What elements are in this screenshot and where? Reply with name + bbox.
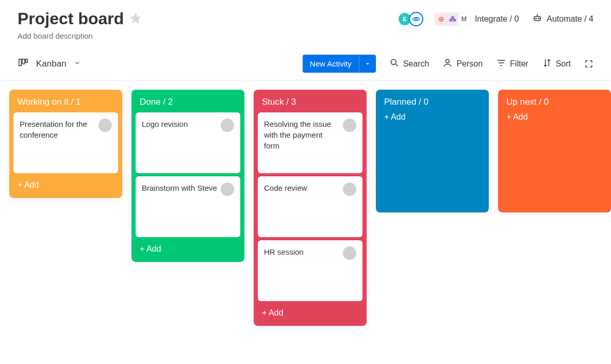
card-title: Code review — [264, 183, 343, 193]
automate-button[interactable]: Automate / 4 — [532, 13, 593, 25]
chevron-down-icon — [74, 59, 81, 69]
svg-point-0 — [415, 18, 417, 20]
sort-label: Sort — [556, 59, 571, 69]
add-card-button[interactable]: + Add — [131, 237, 244, 262]
svg-rect-6 — [26, 59, 28, 62]
kanban-card[interactable]: Logo revision — [136, 112, 240, 173]
search-label: Search — [403, 59, 430, 69]
search-icon — [389, 58, 400, 70]
svg-rect-1 — [534, 16, 540, 20]
add-card-button[interactable]: + Add — [376, 112, 489, 130]
svg-rect-4 — [19, 59, 22, 65]
filter-icon — [496, 58, 506, 70]
board-description[interactable]: Add board description — [18, 31, 593, 40]
person-label: Person — [456, 59, 483, 69]
column-header[interactable]: Up next / 0 — [498, 90, 611, 112]
new-activity-button[interactable]: New Activity — [303, 55, 376, 73]
view-selector[interactable]: Kanban — [18, 57, 81, 71]
kanban-icon — [18, 57, 29, 71]
card-assignee-avatar[interactable] — [221, 119, 234, 132]
card-assignee-avatar[interactable] — [221, 183, 234, 196]
star-icon[interactable] — [129, 11, 142, 27]
svg-point-7 — [391, 59, 396, 64]
kanban-column: Working on it / 1Presentation for the co… — [9, 90, 122, 198]
svg-point-2 — [536, 18, 537, 19]
kanban-card[interactable]: Brainstorm with Steve — [136, 176, 240, 237]
add-card-button[interactable]: + Add — [498, 112, 611, 130]
fullscreen-button[interactable] — [584, 59, 593, 69]
view-name: Kanban — [36, 59, 67, 69]
column-header[interactable]: Working on it / 1 — [9, 90, 122, 112]
card-title: HR session — [264, 246, 343, 257]
sort-button[interactable]: Sort — [542, 58, 571, 70]
column-header[interactable]: Stuck / 3 — [254, 90, 367, 112]
card-assignee-avatar[interactable] — [343, 183, 356, 196]
svg-rect-5 — [22, 59, 25, 63]
sort-icon — [542, 58, 552, 70]
kanban-column: Planned / 0+ Add — [376, 90, 489, 212]
integrate-label: Integrate / 0 — [475, 14, 519, 24]
card-title: Brainstorm with Steve — [142, 183, 221, 193]
automate-label: Automate / 4 — [547, 14, 593, 24]
kanban-card[interactable]: Code review — [258, 176, 362, 237]
kanban-column: Done / 2Logo revisionBrainstorm with Ste… — [131, 90, 244, 262]
column-header[interactable]: Done / 2 — [131, 90, 244, 112]
kanban-column: Stuck / 3Resolving the issue with the pa… — [254, 90, 367, 326]
filter-button[interactable]: Filter — [496, 58, 529, 70]
card-title: Presentation for the conference — [20, 119, 98, 140]
kanban-board: Working on it / 1Presentation for the co… — [0, 80, 611, 335]
person-filter-button[interactable]: Person — [442, 58, 483, 70]
card-title: Logo revision — [142, 119, 221, 129]
svg-point-8 — [446, 59, 450, 63]
kanban-card[interactable]: HR session — [258, 240, 362, 301]
integration-icons: ⊕ ⁂ M — [437, 12, 471, 26]
new-activity-dropdown[interactable] — [359, 56, 376, 72]
column-header[interactable]: Planned / 0 — [376, 90, 489, 112]
card-assignee-avatar[interactable] — [98, 119, 112, 132]
kanban-column: Up next / 0+ Add — [498, 90, 611, 212]
add-card-button[interactable]: + Add — [9, 173, 122, 198]
filter-label: Filter — [510, 59, 529, 69]
new-activity-label: New Activity — [303, 55, 359, 73]
guest-view-icon — [409, 12, 423, 26]
card-assignee-avatar[interactable] — [343, 119, 356, 132]
board-members[interactable]: E — [401, 12, 423, 26]
integrate-button[interactable]: ⊕ ⁂ M Integrate / 0 — [437, 12, 519, 26]
svg-point-3 — [538, 18, 539, 19]
page-title: Project board — [18, 9, 124, 28]
person-icon — [442, 58, 453, 70]
add-card-button[interactable]: + Add — [254, 301, 367, 326]
search-button[interactable]: Search — [389, 58, 430, 70]
kanban-card[interactable]: Presentation for the conference — [13, 112, 118, 173]
card-title: Resolving the issue with the payment for… — [264, 119, 343, 151]
kanban-card[interactable]: Resolving the issue with the payment for… — [258, 112, 362, 173]
robot-icon — [532, 13, 542, 25]
card-assignee-avatar[interactable] — [343, 246, 356, 260]
